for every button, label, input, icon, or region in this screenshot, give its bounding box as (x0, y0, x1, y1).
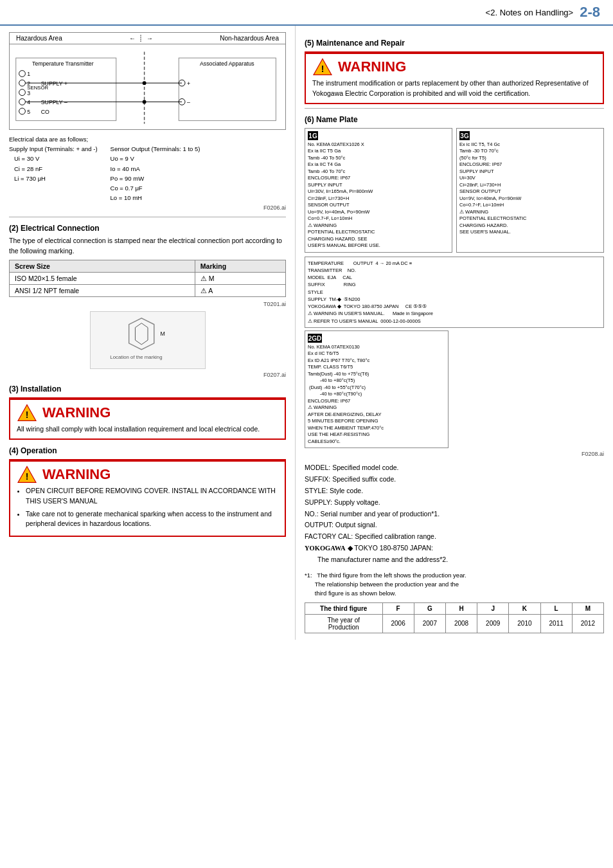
np-2gd-content: No. KEMA 07ATEX0130 Ex d IIC T6/T5 Ex tD… (308, 344, 445, 446)
section4-warning-header: ! WARNING (17, 466, 278, 484)
mi-no: NO.: Serial number and year of productio… (305, 509, 604, 520)
prod-2011: 2011 (540, 614, 572, 633)
electrical-data: Electrical data are as follows; Supply I… (9, 135, 286, 213)
prod-col-label: The third figure (305, 602, 383, 614)
svg-text:3: 3 (27, 90, 30, 96)
left-box-title: Temperature Transmitter (32, 60, 94, 67)
section3-warning-text: All wiring shall comply with local insta… (17, 424, 278, 435)
prod-col-g: G (414, 602, 445, 614)
section4-warning-title: WARNING (42, 466, 111, 483)
np-yoko-row: YOKOGAWA ◆ TOKYO 180-8750 JAPAN CE ⑤⑤⑤ (308, 303, 601, 310)
hazard-label-row: Hazardous Area ← ┊ → Non-hazardous Area (10, 33, 285, 44)
np-3g-content: Ex ic IIC T5, T4 Gc Tamb -30 TO 70°c (50… (459, 141, 601, 236)
prod-col-h: H (445, 602, 477, 614)
page-header: <2. Notes on Handling> 2-8 (0, 0, 613, 26)
section5-warning-box: ! WARNING The instrument modification or… (305, 51, 604, 104)
section5: (5) Maintenance and Repair ! WARNING The… (305, 39, 604, 104)
svg-text:1: 1 (27, 71, 30, 77)
marking-image-area: M Location of the marking F0207.ai (9, 311, 286, 378)
np-transmitter: TEMPERATURE OUTPUT 4 → 20 mA DC ≡ (308, 260, 412, 267)
np-1g-content: No. KEMA 02ATEX1026 X Ex ia IIC T5 Ga Ta… (308, 141, 449, 249)
np-2gd-icon: 2GD (308, 334, 322, 343)
prod-2008: 2008 (445, 614, 477, 633)
elec-left-label: Supply Input (Terminals: + and -) (9, 144, 98, 154)
screw-size-1: ISO M20×1.5 female (10, 273, 195, 285)
np-model: MODEL EJA CAL (308, 274, 352, 281)
marking-svg: M Location of the marking (90, 311, 206, 369)
svg-point-7 (19, 89, 26, 96)
np-warn-row: ⚠ WARNING IN USER'S MANUAL. Made in Sing… (308, 310, 601, 317)
mi-manufacturer: The manufacturer name and the address*2. (317, 554, 604, 566)
np-suffix-row: SUFFIX RING (308, 281, 601, 288)
section5-heading: (5) Maintenance and Repair (305, 39, 604, 48)
np-style-row: STYLE (308, 289, 601, 296)
circuit-svg: Temperature Transmitter 1 2 SUPPLY + 3 S… (10, 44, 285, 128)
np-2gd-title: 2GD (308, 334, 445, 343)
elec-li: Li = 730 μH (9, 174, 98, 183)
svg-point-28 (143, 100, 147, 104)
prod-col-f: F (382, 602, 414, 614)
section3-warning-title: WARNING (42, 404, 111, 421)
svg-point-1 (19, 71, 26, 77)
non-hazardous-area-label: Non-hazardous Area (220, 35, 279, 42)
elec-io: Io = 40 mA (111, 164, 200, 174)
location-figure: F0207.ai (9, 372, 286, 378)
elec-ui: Ui = 30 V (9, 154, 98, 163)
mi-supply: SUPPLY: Supply voltage. (305, 497, 604, 509)
svg-point-14 (19, 108, 26, 114)
np-output-row: TEMPERATURE OUTPUT 4 → 20 mA DC ≡ (308, 260, 601, 267)
col-screw-size: Screw Size (10, 260, 195, 273)
prod-2012: 2012 (572, 614, 603, 633)
elec-grid: Supply Input (Terminals: + and -) Ui = 3… (9, 144, 286, 203)
mi-suffix: SUFFIX: Specified suffix code. (305, 474, 604, 485)
warning-icon-small: ⚠ (308, 222, 312, 228)
svg-text:Location of the marking: Location of the marking (110, 355, 162, 361)
header-title: <2. Notes on Handling> (486, 8, 574, 17)
nameplate-2gd-wrapper: 2GD No. KEMA 07ATEX0130 Ex d IIC T6/T5 E… (305, 330, 604, 449)
right-box-title: Associated Apparatus (200, 60, 254, 67)
svg-text:SENSOR: SENSOR (27, 85, 48, 91)
svg-point-3 (19, 80, 26, 86)
warning-icon-small-3: ⚠ (308, 404, 312, 410)
nameplate-3g: 3G Ex ic IIC T5, T4 Gc Tamb -30 TO 70°c … (456, 128, 604, 253)
yokogawa-brand: YOKOGAWA (305, 545, 346, 552)
arrow-label: ← ┊ → (129, 35, 153, 42)
prod-col-j: J (477, 602, 509, 614)
prod-2006: 2006 (382, 614, 414, 633)
svg-text:M: M (160, 331, 164, 338)
section5-warning-header: ! WARNING (312, 58, 596, 76)
mi-output: OUTPUT: Output signal. (305, 520, 604, 531)
table-figure: T0201.ai (9, 301, 286, 307)
section2-description: The type of electrical connection is sta… (9, 236, 286, 257)
elec-right-label: Sensor Output (Terminals: 1 to 5) (111, 144, 200, 154)
np-model-row: TRANSMITTER NO. (308, 267, 601, 274)
np-1g-icon: 1G (308, 131, 318, 140)
page-number: 2-8 (580, 4, 600, 21)
left-column: Hazardous Area ← ┊ → Non-hazardous Area … (0, 26, 296, 640)
np-3g-icon: 3G (459, 131, 470, 140)
prod-2009: 2009 (477, 614, 509, 633)
page-content: Hazardous Area ← ┊ → Non-hazardous Area … (0, 26, 613, 640)
np-supply-row: SUPPLY TM-◆ ⑤N200 (308, 296, 601, 303)
svg-text:!: ! (26, 471, 29, 482)
prod-row: The year ofProduction 2006 2007 2008 200… (305, 614, 604, 633)
svg-text:+: + (187, 80, 190, 87)
prod-col-m: M (572, 602, 603, 614)
section2-heading: (2) Electrical Connection (9, 224, 286, 233)
warning-triangle-icon-2: ! (17, 466, 37, 484)
section4-warning-content: OPEN CIRCUIT BEFORE REMOVING COVER. INST… (17, 486, 278, 529)
np-model-row2: MODEL EJA CAL (308, 274, 601, 281)
section3-warning-box: ! WARNING All wiring shall comply with l… (9, 397, 286, 440)
footnote1: *1: The third figure from the left shows… (305, 571, 604, 599)
mi-model: MODEL: Specified model code. (305, 462, 604, 474)
section2: (2) Electrical Connection The type of el… (9, 224, 286, 379)
svg-text:SUPPLY –: SUPPLY – (41, 99, 67, 105)
elec-uo: Uo = 9 V (111, 154, 200, 163)
prod-col-l: L (540, 602, 572, 614)
elec-lo: Lo = 10 mH (111, 193, 200, 203)
np-refer-row: ⚠ REFER TO USER'S MANUAL 0000-12-00-0000… (308, 318, 601, 325)
svg-text:1G: 1G (308, 132, 317, 140)
elec-po: Po = 90 mW (111, 174, 200, 183)
prod-2010: 2010 (509, 614, 540, 633)
warning-icon-small-2: ⚠ (459, 209, 464, 215)
